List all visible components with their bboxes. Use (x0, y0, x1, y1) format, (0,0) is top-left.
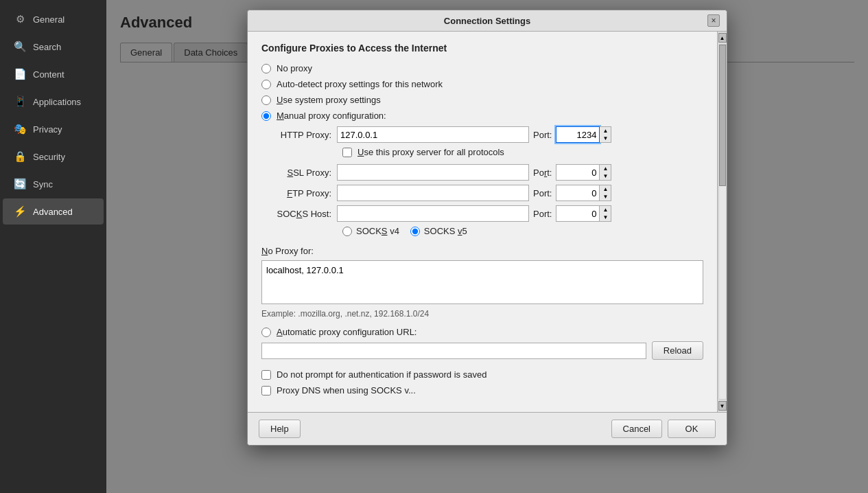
ftp-proxy-input[interactable] (337, 185, 529, 201)
socks-host-row: SOCKS Host: Port: ▲ ▼ (261, 205, 703, 222)
ssl-port-up[interactable]: ▲ (600, 165, 611, 172)
dialog-close-button[interactable]: × (707, 14, 720, 27)
http-port-label: Port: (533, 130, 552, 140)
proxy-dns-label: Proxy DNS when using SOCKS v... (277, 385, 416, 395)
auto-proxy-url-label: Automatic proxy configuration URL: (277, 327, 417, 337)
proxy-dns-row: Proxy DNS when using SOCKS v... (261, 385, 703, 395)
dialog-titlebar: Connection Settings × (248, 10, 727, 32)
http-port-down[interactable]: ▼ (600, 135, 611, 142)
manual-proxy-radio[interactable] (261, 111, 271, 121)
proxy-dns-checkbox[interactable] (261, 386, 271, 395)
do-not-prompt-label: Do not prompt for authentication if pass… (277, 369, 486, 380)
sidebar-label-content: Content (33, 69, 64, 80)
auto-detect-radio[interactable] (261, 80, 271, 89)
reload-button[interactable]: Reload (652, 341, 703, 360)
scrollbar-thumb[interactable] (719, 45, 726, 186)
security-icon: 🔒 (14, 150, 26, 163)
dialog-overlay: Connection Settings × Configure Proxies … (106, 0, 868, 493)
ssl-port-spin: ▲ ▼ (600, 164, 611, 181)
ftp-port-up[interactable]: ▲ (600, 185, 611, 193)
http-port-up[interactable]: ▲ (600, 127, 611, 135)
no-proxy-for-label: No Proxy for: (261, 246, 703, 256)
use-proxy-all-row: Use this proxy server for all protocols (342, 147, 703, 157)
socks-host-input[interactable] (337, 205, 529, 222)
sidebar-item-general[interactable]: ⚙ General (3, 6, 104, 32)
system-proxy-row: Use system proxy settings (261, 95, 703, 105)
http-port-spin: ▲ ▼ (600, 126, 611, 143)
socks-v5-label: SOCKS v5 (424, 226, 467, 236)
do-not-prompt-checkbox[interactable] (261, 370, 271, 380)
sidebar-item-applications[interactable]: 📱 Applications (3, 89, 104, 115)
sidebar-label-applications: Applications (33, 97, 81, 107)
http-proxy-row: HTTP Proxy: Port: ▲ ▼ (261, 126, 703, 143)
sidebar-item-privacy[interactable]: 🎭 Privacy (3, 116, 104, 142)
ssl-proxy-label: SSL Proxy: (261, 168, 337, 178)
sidebar-label-general: General (33, 14, 64, 25)
sidebar-item-content[interactable]: 📄 Content (3, 61, 104, 87)
do-not-prompt-row: Do not prompt for authentication if pass… (261, 369, 703, 380)
use-all-proxy-checkbox[interactable] (342, 148, 352, 157)
auto-proxy-url-input-row: Reload (261, 341, 703, 360)
scrollbar-track[interactable] (718, 44, 727, 400)
ftp-proxy-label: FTP Proxy: (261, 188, 337, 198)
ssl-port-label: Port: (533, 168, 552, 178)
sidebar-label-sync: Sync (33, 179, 53, 190)
ftp-port-input[interactable] (556, 185, 600, 201)
socks-v5-option: SOCKS v5 (410, 226, 467, 236)
privacy-icon: 🎭 (14, 123, 26, 135)
ssl-proxy-row: SSL Proxy: Port: ▲ ▼ (261, 164, 703, 181)
connection-settings-dialog: Connection Settings × Configure Proxies … (247, 10, 727, 446)
system-proxy-radio[interactable] (261, 95, 271, 105)
search-icon: 🔍 (14, 41, 26, 53)
socks-port-up[interactable]: ▲ (600, 206, 611, 214)
advanced-icon: ⚡ (14, 205, 26, 218)
main-content: Advanced General Data Choices Network Up… (106, 0, 868, 493)
scrollbar-down-button[interactable]: ▼ (718, 401, 727, 411)
sidebar: ⚙ General 🔍 Search 📄 Content 📱 Applicati… (0, 0, 106, 493)
dialog-scroll-area[interactable]: Configure Proxies to Access the Internet… (248, 32, 717, 412)
use-all-proxy-label: Use this proxy server for all protocols (357, 147, 504, 157)
socks-port-spin: ▲ ▼ (600, 205, 611, 222)
socks-v4-option: SOCKS v4 (342, 226, 399, 236)
sidebar-label-privacy: Privacy (33, 124, 62, 135)
no-proxy-textarea[interactable]: localhost, 127.0.0.1 (261, 260, 703, 304)
manual-proxy-row: Manual proxy configuration: (261, 111, 703, 121)
auto-proxy-url-radio[interactable] (261, 328, 271, 337)
socks-port-label: Port: (533, 209, 552, 219)
help-button[interactable]: Help (259, 420, 301, 438)
dialog-title: Connection Settings (267, 16, 707, 26)
socks-v5-radio[interactable] (410, 227, 420, 236)
socks-version-row: SOCKS v4 SOCKS v5 (342, 226, 703, 236)
no-proxy-radio[interactable] (261, 64, 271, 73)
socks-v4-radio[interactable] (342, 227, 352, 236)
http-port-wrap: ▲ ▼ (556, 126, 611, 143)
sidebar-label-advanced: Advanced (33, 207, 73, 217)
sidebar-item-sync[interactable]: 🔄 Sync (3, 171, 104, 197)
dialog-body: Configure Proxies to Access the Internet… (248, 32, 727, 412)
sidebar-label-search: Search (33, 42, 61, 52)
sidebar-item-search[interactable]: 🔍 Search (3, 34, 104, 60)
ssl-proxy-input[interactable] (337, 164, 529, 181)
cancel-button[interactable]: Cancel (611, 420, 662, 438)
scrollbar-up-button[interactable]: ▲ (718, 33, 727, 43)
no-proxy-row: No proxy (261, 63, 703, 73)
ftp-port-down[interactable]: ▼ (600, 193, 611, 200)
auto-detect-label[interactable]: Auto-detect proxy settings for this netw… (277, 79, 443, 89)
http-port-input[interactable] (556, 126, 600, 143)
ssl-port-input[interactable] (556, 164, 600, 181)
no-proxy-label[interactable]: No proxy (277, 63, 312, 73)
socks-port-input[interactable] (556, 205, 600, 222)
ssl-port-down[interactable]: ▼ (600, 172, 611, 180)
sidebar-item-security[interactable]: 🔒 Security (3, 144, 104, 170)
ok-button[interactable]: OK (668, 420, 716, 438)
general-icon: ⚙ (14, 13, 26, 25)
auto-proxy-url-input[interactable] (261, 343, 646, 359)
socks-port-wrap: ▲ ▼ (556, 205, 611, 222)
sidebar-item-advanced[interactable]: ⚡ Advanced (3, 198, 104, 225)
http-proxy-label: HTTP Proxy: (261, 130, 337, 140)
http-proxy-input[interactable] (337, 126, 529, 143)
dialog-scrollbar[interactable]: ▲ ▼ (717, 32, 727, 412)
ftp-port-label: Port: (533, 188, 552, 198)
socks-port-down[interactable]: ▼ (600, 214, 611, 221)
system-proxy-label: Use system proxy settings (277, 95, 381, 105)
